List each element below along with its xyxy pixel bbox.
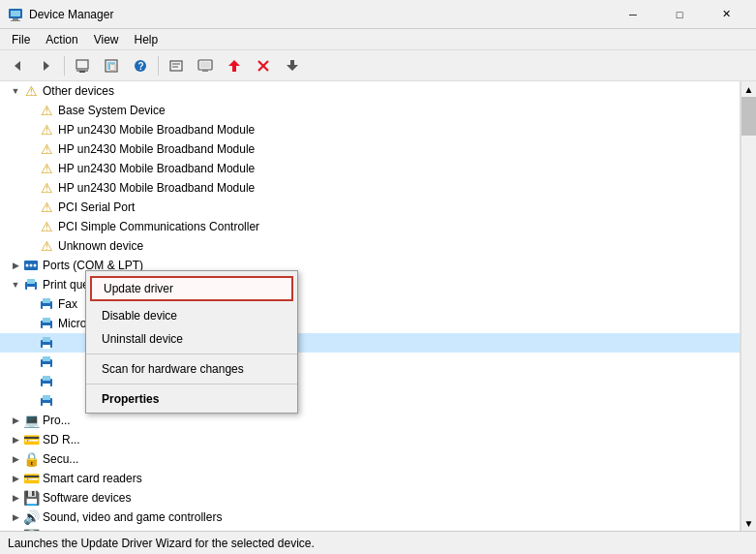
tree-item-other-devices[interactable]: ▼ ⚠ Other devices — [0, 81, 740, 101]
secu-icon: 🔒 — [23, 451, 39, 467]
tree-item-secu[interactable]: ▶ 🔒 Secu... — [0, 449, 740, 469]
arrow-sound: ▶ — [8, 509, 23, 525]
scan-for-changes-label: Scan for hardware changes — [102, 362, 244, 376]
uninstall-device-label: Uninstall device — [102, 332, 183, 346]
sound-icon: 🔊 — [23, 509, 39, 525]
base-system-label: Base System Device — [58, 104, 166, 117]
update-driver-menu-item[interactable]: Update driver — [90, 276, 293, 301]
tree-item-software[interactable]: ▶ 💾 Software devices — [0, 488, 740, 508]
app-icon — [8, 7, 23, 22]
minimize-button[interactable]: ─ — [611, 0, 655, 29]
arrow-software: ▶ — [8, 490, 23, 506]
scroll-thumb[interactable] — [741, 97, 756, 136]
pro-icon: 💻 — [23, 413, 39, 428]
sd-label: SD R... — [43, 433, 80, 446]
vertical-scrollbar[interactable]: ▲ ▼ — [741, 81, 756, 531]
base-system-icon: ⚠ — [39, 103, 54, 118]
device-list-button[interactable] — [69, 53, 96, 78]
arrow-sd: ▶ — [8, 432, 23, 447]
tree-item-hp2[interactable]: ⚠ HP un2430 Mobile Broadband Module — [0, 139, 740, 159]
tree-item-sd[interactable]: ▶ 💳 SD R... — [0, 430, 740, 449]
tree-item-pci-serial[interactable]: ⚠ PCI Serial Port — [0, 198, 740, 217]
close-button[interactable]: ✕ — [704, 0, 748, 29]
tree-item-unknown[interactable]: ⚠ Unknown device — [0, 236, 740, 256]
tree-item-pro[interactable]: ▶ 💻 Pro... — [0, 411, 740, 430]
svg-rect-14 — [170, 61, 182, 71]
svg-rect-29 — [27, 279, 35, 284]
tree-item-base-system[interactable]: ⚠ Base System Device — [0, 101, 740, 120]
context-menu: Update driver Disable device Uninstall d… — [85, 270, 298, 414]
svg-rect-3 — [11, 20, 20, 21]
unknown-icon: ⚠ — [39, 238, 54, 254]
hp3-icon: ⚠ — [39, 161, 54, 176]
tree-item-hp1[interactable]: ⚠ HP un2430 Mobile Broadband Module — [0, 120, 740, 139]
tree-item-hp4[interactable]: ⚠ HP un2430 Mobile Broadband Module — [0, 178, 740, 198]
properties-label: Properties — [102, 392, 159, 406]
svg-rect-1 — [11, 11, 20, 16]
window-controls: ─ □ ✕ — [611, 0, 748, 29]
pci-simple-label: PCI Simple Communications Controller — [58, 220, 259, 233]
svg-text:?: ? — [138, 61, 144, 72]
printer2-icon — [39, 354, 54, 370]
svg-rect-35 — [43, 318, 50, 323]
printer1-icon — [39, 335, 54, 351]
arrow-smart-card: ▶ — [8, 471, 23, 486]
other-devices-icon: ⚠ — [23, 83, 39, 99]
hp3-label: HP un2430 Mobile Broadband Module — [58, 162, 255, 175]
smart-card-icon: 💳 — [23, 471, 39, 486]
secu-label: Secu... — [43, 452, 78, 466]
context-menu-separator — [86, 354, 297, 354]
svg-rect-44 — [43, 376, 50, 381]
storage-label: Storage controllers — [43, 530, 140, 531]
sd-icon: 💳 — [23, 432, 39, 447]
update-driver-toolbar-button[interactable] — [221, 53, 248, 78]
uninstall-device-menu-item[interactable]: Uninstall device — [86, 327, 297, 351]
ports-icon — [23, 258, 39, 273]
tree-item-storage[interactable]: ▶ 💽 Storage controllers — [0, 527, 740, 531]
pci-serial-icon: ⚠ — [39, 200, 54, 215]
scroll-track[interactable] — [741, 97, 756, 515]
forward-button[interactable] — [33, 53, 60, 78]
help-button[interactable]: ? — [127, 53, 154, 78]
other-devices-label: Other devices — [43, 84, 114, 98]
toolbar-sep-1 — [64, 56, 65, 76]
hp1-icon: ⚠ — [39, 122, 54, 138]
svg-point-25 — [26, 264, 29, 267]
context-menu-separator-2 — [86, 384, 297, 385]
printer3-icon — [39, 374, 54, 389]
status-text: Launches the Update Driver Wizard for th… — [8, 537, 315, 550]
properties-button[interactable] — [163, 53, 190, 78]
svg-rect-18 — [200, 62, 210, 68]
menu-action[interactable]: Action — [38, 31, 85, 48]
sound-label: Sound, video and game controllers — [43, 510, 222, 524]
scan-button[interactable] — [192, 53, 219, 78]
add-hardware-button[interactable] — [279, 53, 306, 78]
tree-item-sound[interactable]: ▶ 🔊 Sound, video and game controllers — [0, 508, 740, 527]
menu-help[interactable]: Help — [127, 31, 166, 48]
svg-rect-8 — [79, 71, 85, 73]
arrow-pro: ▶ — [8, 413, 23, 428]
scroll-down-button[interactable]: ▼ — [741, 515, 757, 531]
fax-label: Fax — [58, 297, 77, 311]
tree-item-hp3[interactable]: ⚠ HP un2430 Mobile Broadband Module — [0, 159, 740, 178]
svg-rect-2 — [13, 18, 18, 20]
menu-view[interactable]: View — [86, 31, 127, 48]
window-title: Device Manager — [29, 8, 611, 21]
menu-file[interactable]: File — [4, 31, 38, 48]
hp2-label: HP un2430 Mobile Broadband Module — [58, 142, 255, 156]
scan-for-changes-menu-item[interactable]: Scan for hardware changes — [86, 357, 297, 381]
svg-marker-20 — [228, 60, 240, 72]
maximize-button[interactable]: □ — [657, 0, 702, 29]
tree-item-smart-card[interactable]: ▶ 💳 Smart card readers — [0, 469, 740, 488]
update-driver-label: Update driver — [104, 282, 173, 295]
hp2-icon: ⚠ — [39, 141, 54, 157]
status-bar: Launches the Update Driver Wizard for th… — [0, 531, 756, 554]
scroll-up-button[interactable]: ▲ — [741, 81, 757, 97]
disable-device-menu-item[interactable]: Disable device — [86, 304, 297, 327]
back-button[interactable] — [4, 53, 31, 78]
properties-menu-item[interactable]: Properties — [86, 387, 297, 411]
tree-item-pci-simple[interactable]: ⚠ PCI Simple Communications Controller — [0, 217, 740, 236]
resources-button[interactable]: 📋 — [98, 53, 125, 78]
uninstall-button[interactable] — [250, 53, 277, 78]
arrow-ports: ▶ — [8, 258, 23, 273]
